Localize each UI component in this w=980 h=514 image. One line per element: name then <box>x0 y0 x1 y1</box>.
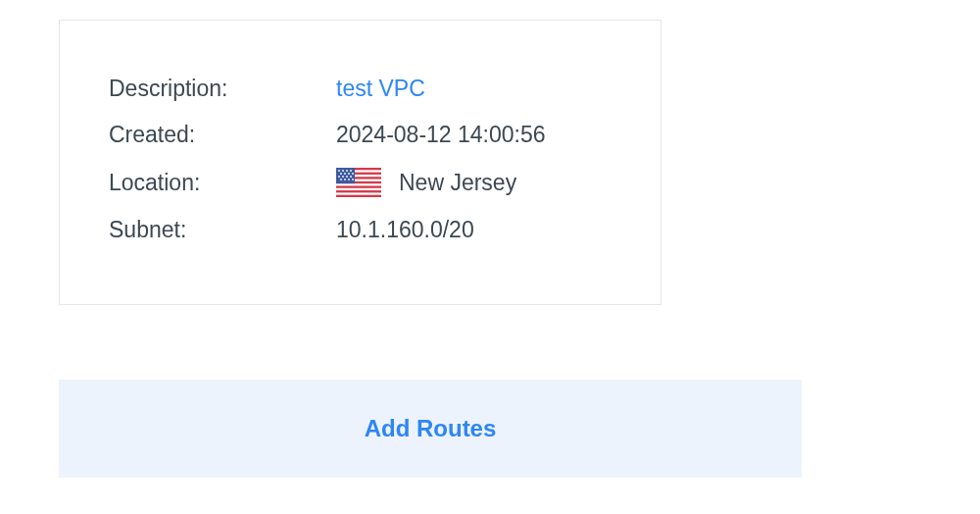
svg-point-13 <box>340 173 342 175</box>
vpc-info-card: Description: test VPC Created: 2024-08-1… <box>59 20 662 305</box>
svg-point-24 <box>352 179 354 180</box>
svg-rect-7 <box>336 195 381 197</box>
svg-point-22 <box>344 179 346 180</box>
svg-point-21 <box>340 179 342 180</box>
add-routes-button[interactable]: Add Routes <box>59 380 802 478</box>
location-value: New Jersey <box>399 170 516 196</box>
svg-point-23 <box>348 179 350 180</box>
location-row: Location: <box>109 168 612 197</box>
svg-point-19 <box>346 176 348 178</box>
created-value: 2024-08-12 14:00:56 <box>336 122 546 148</box>
created-label: Created: <box>109 122 336 148</box>
location-value-wrap: New Jersey <box>336 168 516 197</box>
svg-point-18 <box>342 176 344 178</box>
description-row: Description: test VPC <box>109 76 612 102</box>
svg-rect-6 <box>336 190 381 192</box>
location-label: Location: <box>109 170 336 196</box>
svg-rect-5 <box>336 185 381 187</box>
svg-point-17 <box>338 176 340 178</box>
subnet-value: 10.1.160.0/20 <box>336 217 474 243</box>
svg-point-16 <box>352 173 354 175</box>
subnet-row: Subnet: 10.1.160.0/20 <box>109 217 612 243</box>
svg-point-12 <box>350 170 352 172</box>
svg-point-11 <box>346 170 348 172</box>
created-row: Created: 2024-08-12 14:00:56 <box>109 122 612 148</box>
us-flag-icon <box>336 168 381 197</box>
description-label: Description: <box>109 76 336 102</box>
svg-point-15 <box>348 173 350 175</box>
description-value[interactable]: test VPC <box>336 76 425 102</box>
subnet-label: Subnet: <box>109 217 336 243</box>
svg-point-20 <box>350 176 352 178</box>
svg-point-14 <box>344 173 346 175</box>
svg-point-10 <box>342 170 344 172</box>
svg-point-9 <box>338 170 340 172</box>
